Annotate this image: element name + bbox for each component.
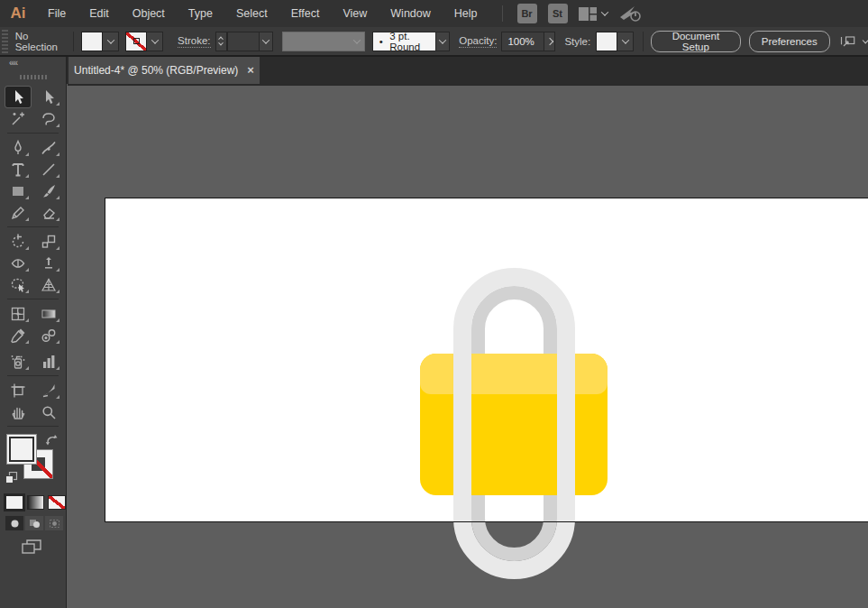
style-dropdown[interactable] [596,32,634,51]
stroke-swatch-none [125,32,147,51]
lasso-tool[interactable] [36,108,61,129]
puppet-warp-tool[interactable] [36,253,61,273]
menu-edit[interactable]: Edit [78,0,121,27]
separator [7,133,59,134]
type-tool[interactable] [5,159,31,180]
stroke-color-dropdown[interactable] [125,32,163,51]
document-tab-title: Untitled-4* @ 50% (RGB/Preview) [74,64,238,77]
menu-select[interactable]: Select [224,0,279,27]
rectangle-tool[interactable] [5,180,31,201]
gpu-performance-icon[interactable] [618,5,642,23]
divider [643,32,644,51]
brush-dropdown-button[interactable] [436,32,450,51]
drawing-mode-buttons [0,516,66,530]
menu-view[interactable]: View [331,0,379,27]
selection-tool[interactable] [5,87,31,107]
lock-artwork [68,86,868,608]
curvature-tool[interactable] [36,137,61,158]
fill-stroke-indicator [0,432,66,492]
default-fill-stroke-icon[interactable] [5,472,18,484]
pencil-tool[interactable] [5,202,31,223]
menu-window[interactable]: Window [379,0,442,27]
draw-inside-button[interactable] [45,516,63,530]
opacity-label[interactable]: Opacity: [459,35,497,48]
tab-bar: «« Untitled-4* @ 50% (RGB/Preview) × [0,56,868,84]
stock-button[interactable]: St [548,4,568,23]
stroke-weight-label[interactable]: Stroke: [178,35,210,48]
gradient-button[interactable] [27,495,45,510]
document-setup-button[interactable]: Document Setup [651,31,741,52]
brush-preview-dot: • [373,36,390,47]
stroke-weight-stepper[interactable] [215,32,228,51]
zoom-tool[interactable] [36,401,61,422]
toolbar-grip[interactable] [20,75,47,79]
stroke-weight-field[interactable] [227,32,259,51]
eyedropper-tool[interactable] [5,325,31,345]
tools-panel [0,84,67,608]
preferences-button[interactable]: Preferences [749,31,830,52]
direct-selection-tool[interactable] [36,87,61,107]
pen-tool[interactable] [5,137,31,158]
chevron-down-icon[interactable] [862,36,868,43]
color-button[interactable] [5,495,23,510]
collapse-panel-icon[interactable]: «« [9,58,17,68]
panel-grip[interactable] [2,30,8,53]
stroke-hole [133,38,140,44]
chevron-down-icon [439,36,446,43]
scale-tool[interactable] [36,231,61,252]
lock-body-highlight[interactable] [420,354,608,394]
style-label: Style: [564,36,590,47]
fill-color-dropdown[interactable] [81,32,119,51]
swap-fill-stroke-icon[interactable] [45,434,58,446]
none-button[interactable] [48,495,66,510]
selection-status: No Selection [15,31,65,52]
close-tab-icon[interactable]: × [247,64,254,76]
paintbrush-tool[interactable] [36,180,61,201]
stroke-weight-dropdown[interactable] [260,32,273,51]
rotate-tool[interactable] [5,231,31,252]
menu-type[interactable]: Type [177,0,224,27]
width-tool[interactable] [5,253,31,273]
draw-behind-button[interactable] [25,516,43,530]
fill-swatch [81,32,103,51]
separator [7,226,59,227]
line-segment-tool[interactable] [36,159,61,180]
divider [502,5,503,22]
menu-file[interactable]: File [36,0,78,27]
fill-proxy[interactable] [6,434,37,465]
hand-tool[interactable] [5,401,31,422]
divider [73,32,74,51]
opacity-field[interactable]: 100% [501,32,544,51]
menu-object[interactable]: Object [121,0,177,27]
magic-wand-tool[interactable] [5,108,31,129]
toolbar-header: «« [0,56,67,84]
opacity-expand-button[interactable] [544,32,556,51]
document-tab[interactable]: Untitled-4* @ 50% (RGB/Preview) × [69,56,260,84]
canvas-viewport[interactable] [68,84,868,608]
chevron-down-icon [106,36,114,43]
draw-normal-button[interactable] [5,516,23,530]
shape-builder-tool[interactable] [5,274,31,295]
illustrator-logo: Ai [0,5,36,23]
menu-bar: Ai File Edit Object Type Select Effect V… [0,0,868,27]
paint-type-buttons [0,495,66,510]
column-graph-tool[interactable] [36,351,61,372]
menu-effect[interactable]: Effect [279,0,332,27]
chevron-down-icon [600,8,608,15]
screen-mode-icon[interactable] [22,539,41,554]
perspective-grid-tool[interactable] [36,274,61,295]
slice-tool[interactable] [36,380,61,401]
bridge-button[interactable]: Br [517,4,537,23]
eraser-tool[interactable] [36,202,61,223]
brush-definition-dropdown[interactable]: • 3 pt. Round [372,32,436,51]
artboard-tool[interactable] [5,380,31,401]
workspace-layout-switcher[interactable] [579,7,608,21]
chevron-down-icon [621,36,628,43]
arrange-documents-icon[interactable] [839,33,857,50]
blend-tool[interactable] [36,325,61,345]
mesh-tool[interactable] [5,303,31,324]
symbol-sprayer-tool[interactable] [5,351,31,372]
gradient-tool[interactable] [36,303,61,324]
menu-help[interactable]: Help [443,0,489,27]
variable-width-profile-dropdown [282,32,365,51]
